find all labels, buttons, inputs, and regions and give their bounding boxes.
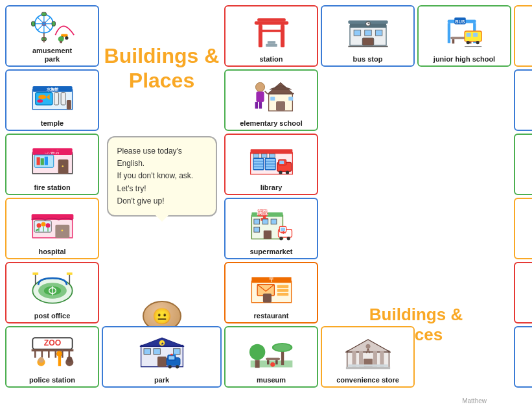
svg-rect-157 bbox=[253, 227, 259, 232]
card-shrine: station bbox=[224, 5, 318, 67]
svg-text:★: ★ bbox=[160, 341, 163, 346]
svg-rect-6 bbox=[41, 12, 46, 16]
svg-rect-243 bbox=[266, 358, 280, 360]
svg-rect-17 bbox=[257, 18, 286, 21]
svg-point-238 bbox=[249, 344, 265, 360]
card-temple: elementary school bbox=[224, 69, 318, 131]
svg-point-164 bbox=[279, 237, 283, 240]
svg-rect-154 bbox=[253, 219, 259, 224]
svg-rect-255 bbox=[348, 364, 387, 367]
supermarket-icon: スーパー bbox=[517, 201, 532, 246]
card-bookstore: □○書店 fire station bbox=[5, 134, 99, 195]
svg-rect-95 bbox=[40, 158, 43, 165]
svg-point-116 bbox=[285, 170, 288, 174]
svg-rect-71 bbox=[256, 91, 264, 102]
svg-point-139 bbox=[36, 223, 41, 228]
watermark-text: Matthew bbox=[462, 397, 487, 405]
park-label: museum bbox=[257, 376, 286, 384]
park-icon bbox=[227, 329, 315, 375]
svg-rect-229 bbox=[157, 357, 167, 367]
svg-rect-156 bbox=[271, 219, 277, 224]
svg-rect-79 bbox=[288, 97, 293, 100]
svg-rect-68 bbox=[61, 93, 65, 105]
svg-point-147 bbox=[61, 229, 63, 231]
svg-rect-69 bbox=[66, 100, 71, 110]
svg-point-256 bbox=[365, 344, 370, 349]
card-junior-high-school: junior highschool bbox=[514, 5, 532, 67]
fire-station-icon bbox=[227, 137, 315, 182]
amusement-park-icon bbox=[8, 8, 96, 45]
svg-text:病院: 病院 bbox=[256, 209, 269, 216]
svg-point-98 bbox=[62, 165, 64, 167]
svg-rect-155 bbox=[262, 219, 268, 224]
svg-rect-16 bbox=[254, 21, 288, 25]
svg-rect-73 bbox=[259, 102, 261, 109]
card-aquarium: 水族館 temple bbox=[5, 69, 99, 131]
restaurant-icon: レストラン bbox=[517, 265, 532, 311]
svg-rect-239 bbox=[255, 360, 259, 368]
svg-rect-110 bbox=[261, 154, 267, 158]
speech-line-2: If you don't know, ask. bbox=[117, 170, 207, 182]
svg-rect-193 bbox=[277, 285, 288, 288]
convenience-store-icon: コンビニ bbox=[517, 329, 532, 366]
flower-shop-icon bbox=[8, 201, 96, 246]
svg-rect-226 bbox=[144, 349, 151, 355]
bus-stop-icon: BUS bbox=[421, 8, 508, 54]
svg-point-45 bbox=[466, 41, 469, 44]
temple-label: elementary school bbox=[240, 119, 303, 128]
svg-text:ZOO: ZOO bbox=[43, 338, 61, 347]
svg-rect-234 bbox=[173, 354, 176, 356]
svg-rect-163 bbox=[281, 232, 285, 233]
svg-point-144 bbox=[45, 223, 50, 228]
shrine-label: station bbox=[259, 55, 283, 64]
svg-rect-213 bbox=[54, 349, 56, 358]
speech-bubble: Please use today's English. If you don't… bbox=[107, 136, 217, 217]
bus-stop-label: junior high school bbox=[434, 55, 495, 64]
amusement-park-label: amusementpark bbox=[32, 47, 72, 64]
card-fire-station: library bbox=[224, 134, 318, 195]
svg-rect-111 bbox=[269, 154, 275, 158]
svg-rect-250 bbox=[359, 351, 363, 367]
svg-point-64 bbox=[38, 95, 46, 99]
svg-text:〒: 〒 bbox=[268, 277, 274, 283]
svg-rect-8 bbox=[31, 21, 34, 26]
card-supermarket: スーパー stadium bbox=[514, 198, 532, 259]
svg-point-242 bbox=[273, 344, 290, 351]
bookstore-label: fire station bbox=[34, 183, 70, 192]
svg-rect-28 bbox=[375, 30, 382, 36]
svg-point-219 bbox=[56, 351, 62, 357]
flower-shop-label: hospital bbox=[38, 248, 65, 256]
svg-rect-35 bbox=[447, 23, 450, 43]
svg-rect-254 bbox=[345, 367, 389, 370]
svg-rect-232 bbox=[168, 356, 174, 359]
svg-rect-218 bbox=[58, 355, 60, 366]
svg-rect-78 bbox=[270, 97, 275, 100]
zoo-label: police station bbox=[29, 376, 75, 384]
svg-rect-19 bbox=[281, 25, 284, 47]
card-police-station: ★ park bbox=[102, 326, 222, 388]
museum-label: convenience store bbox=[336, 376, 399, 384]
svg-rect-20 bbox=[266, 44, 277, 47]
zoo-icon: ZOO bbox=[8, 329, 96, 375]
svg-point-13 bbox=[65, 36, 68, 40]
svg-rect-161 bbox=[281, 228, 285, 231]
svg-rect-194 bbox=[277, 289, 288, 292]
speech-line-3: Let's try! bbox=[117, 183, 207, 195]
junior-high-school-icon bbox=[517, 8, 532, 45]
svg-rect-195 bbox=[277, 293, 288, 296]
svg-text:BUS: BUS bbox=[455, 19, 465, 24]
svg-rect-77 bbox=[276, 101, 285, 111]
card-station: bus stop bbox=[321, 5, 415, 67]
svg-point-235 bbox=[168, 365, 171, 368]
svg-rect-27 bbox=[364, 30, 371, 36]
svg-rect-252 bbox=[380, 351, 384, 367]
card-hospital: 病院 supermarket bbox=[224, 198, 318, 259]
stadium-icon bbox=[8, 265, 96, 311]
svg-point-66 bbox=[37, 99, 43, 102]
svg-rect-40 bbox=[452, 39, 454, 43]
svg-rect-210 bbox=[34, 349, 36, 358]
post-office-icon: 〒 bbox=[227, 265, 315, 311]
svg-rect-227 bbox=[153, 349, 160, 355]
svg-text:水族館: 水族館 bbox=[46, 87, 58, 91]
svg-rect-233 bbox=[170, 354, 173, 356]
